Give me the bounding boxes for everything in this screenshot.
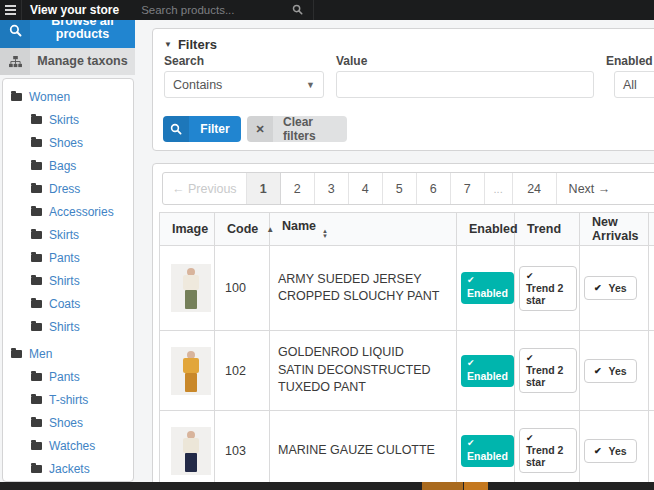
pagination-next[interactable]: Next → [557,173,623,204]
taxon-tree-item[interactable]: Bags [3,154,133,177]
taxon-tree-item[interactable]: Shirts [3,315,133,338]
taxon-tree-item[interactable]: Shoes [3,131,133,154]
folder-icon [31,419,42,427]
trend-badge-label: Trend 2 star [526,444,570,468]
enabled-badge-label: Enabled [467,370,508,382]
product-image-cell [160,411,215,490]
taxon-tree-item[interactable]: Dress [3,177,133,200]
search-type-select[interactable]: Contains ▼ [164,71,324,98]
taxon-tree-item[interactable]: Pants [3,246,133,269]
value-input[interactable] [336,71,594,98]
view-store-link[interactable]: View your store [22,0,133,20]
enabled-badge-label: Enabled [467,450,508,462]
pagination-page[interactable]: 6 [417,173,451,204]
pagination-page[interactable]: 1 [247,173,281,204]
pagination-page: ... [485,173,513,204]
pagination-pages: 1234567...24 [247,173,557,204]
search-icon[interactable] [292,1,303,19]
hamburger-menu-icon[interactable] [0,0,22,20]
taxon-label: Skirts [49,228,79,242]
header-image: Image [160,213,215,246]
clear-filters-button[interactable]: ✕ Clear filters [247,116,347,142]
trend-badge: ✔ Trend 2 star [519,266,577,311]
folder-icon [31,323,42,331]
value-field-label: Value [336,54,367,68]
figure-bottom [185,373,197,392]
taxon-tree-item[interactable]: Women [3,85,133,108]
search-icon [163,116,189,142]
table-body: 100 ARMY SUEDED JERSEY CROPPED SLOUCHY P… [160,246,654,490]
new-arrivals-badge: ✔ Yes [584,439,637,463]
pagination-page[interactable]: 2 [281,173,315,204]
manage-taxons-button[interactable]: Manage taxons [0,48,135,75]
folder-icon [11,93,22,101]
taxon-tree-item[interactable]: Watches [3,434,133,457]
taxon-label: Accessories [49,205,114,219]
check-icon: ✔ [594,283,602,293]
pagination-page[interactable]: 4 [349,173,383,204]
pagination-page[interactable]: 24 [513,173,557,204]
scrollbar-thumb[interactable] [422,482,463,490]
check-icon: ✔ [467,359,508,368]
cell-enabled: ✔ Enabled [457,246,515,331]
scrollbar-thumb[interactable] [464,482,488,490]
trend-badge: ✔ Trend 2 star [519,348,577,393]
taxon-tree-item[interactable]: Men [3,342,133,365]
cell-code: 103 [215,411,270,490]
cell-code: 102 [215,331,270,411]
folder-icon [31,373,42,381]
taxon-tree-item[interactable]: Coats [3,292,133,315]
new-arrivals-badge-label: Yes [609,365,627,377]
taxon-label: Women [29,90,70,104]
caret-down-icon: ▼ [164,40,172,49]
enabled-badge: ✔ Enabled [461,355,514,387]
header-trend: Trend [515,213,580,246]
taxon-tree-item[interactable]: Pants [3,365,133,388]
product-row: 100 ARMY SUEDED JERSEY CROPPED SLOUCHY P… [160,246,654,331]
horizontal-scrollbar [0,482,654,490]
cell-trend: ✔ Trend 2 star [515,411,580,490]
sitemap-icon [0,48,30,75]
folder-icon [31,442,42,450]
pagination-page[interactable]: 7 [451,173,485,204]
taxon-label: Coats [49,297,80,311]
header-code[interactable]: Code▲ [215,213,270,246]
folder-icon [31,139,42,147]
pagination-page[interactable]: 5 [383,173,417,204]
enabled-select[interactable]: All [614,71,654,98]
taxon-tree-item[interactable]: T-shirts [3,388,133,411]
topbar-search-placeholder[interactable]: Search products... [133,4,292,16]
check-icon: ✔ [594,366,602,376]
admin-products-page: View your store Search products... Brows… [0,0,654,490]
product-name: MARINE GAUZE CULOTTE [270,411,457,490]
taxon-tree-item[interactable]: Shirts [3,269,133,292]
cell-code: 100 [215,246,270,331]
enabled-badge: ✔ Enabled [461,435,514,467]
cell-enabled: ✔ Enabled [457,411,515,490]
pagination-previous[interactable]: ← Previous [163,173,247,204]
filters-title: Filters [178,37,217,52]
pagination-page[interactable]: 3 [315,173,349,204]
cell-cropped [649,246,654,331]
top-bar: View your store Search products... [0,0,654,20]
folder-icon [31,396,42,404]
product-image-cell [160,246,215,331]
filter-button[interactable]: Filter [163,116,241,142]
filters-toggle[interactable]: ▼ Filters [164,37,217,52]
filter-button-label: Filter [189,116,241,142]
taxon-tree-item[interactable]: Jackets [3,457,133,480]
topbar-search[interactable]: Search products... [133,0,313,20]
header-name[interactable]: Name▲▼ [270,213,457,246]
header-new-arrivals: New Arrivals [580,213,649,246]
folder-icon [31,277,42,285]
taxon-label: Shoes [49,136,83,150]
taxon-label: Jackets [49,462,90,476]
taxon-label: T-shirts [49,393,88,407]
figure-top [183,275,199,290]
taxon-tree-item[interactable]: Accessories [3,200,133,223]
search-field-label: Search [164,54,204,68]
new-arrivals-badge-label: Yes [609,282,627,294]
taxon-tree-item[interactable]: Shoes [3,411,133,434]
taxon-tree-item[interactable]: Skirts [3,108,133,131]
taxon-tree-item[interactable]: Skirts [3,223,133,246]
